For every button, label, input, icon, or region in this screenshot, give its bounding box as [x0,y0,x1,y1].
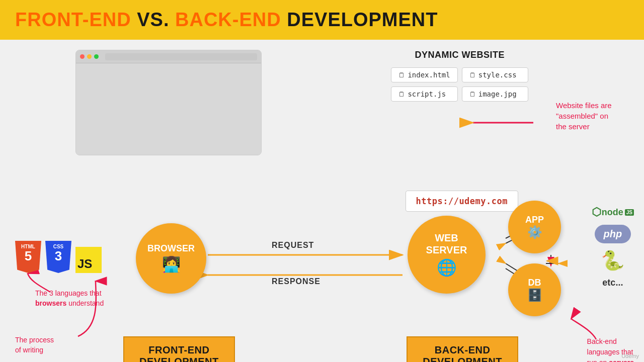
css-logo: CSS 3 [45,241,71,273]
dynamic-website-section: DYNAMIC WEBSITE 🗒 index.html 🗒 style.css… [391,50,528,102]
browser-bar [76,50,261,63]
browser-mockup [75,50,262,155]
annotation-3langs-line1: The 3 languages that [35,289,102,297]
db-label: DB [528,278,541,288]
request-label: REQUEST [272,241,314,250]
header-title-backend: BACK-END [175,9,281,30]
file-icon-html: 🗒 [398,71,405,79]
annotation-process-line1: The process [15,336,54,344]
js-label: JS [77,257,92,271]
globe-icon: 🌐 [437,258,457,277]
db-icon: 🗄️ [527,288,542,302]
file-badge-js: 🗒 script.js [391,86,457,102]
backend-label: BACK-ENDDEVELOPMENT [423,344,502,362]
annotation-3langs-line3: understand [66,299,104,307]
annotation-backend-line3: run on [587,358,609,362]
file-name-js: script.js [408,90,446,98]
annotation-backend-line1: Back-end [587,337,617,345]
header-title: FRONT-END VS. BACK-END DEVELOPMENT [15,9,438,31]
annotation-process-line2: of writing [15,346,43,354]
file-icon-img: 🗒 [469,90,476,98]
html-logo: HTML 5 [15,241,41,273]
nodejs-label: node [602,207,623,218]
app-label: APP [525,215,544,225]
browser-dot-yellow [87,54,92,59]
frontend-box: FRONT-ENDDEVELOPMENT [123,336,235,362]
tech-logos: HTML 5 CSS 3 JS [15,241,102,273]
annotation-process: The process of writing [15,335,54,355]
header: FRONT-END VS. BACK-END DEVELOPMENT [0,0,644,40]
udemy-watermark: Udemy [621,353,639,359]
file-icon-css: 🗒 [469,71,476,79]
annotation-backend-line4: servers [609,358,634,362]
annotation-3langs: The 3 languages that browsers understand [35,289,104,308]
php-logo: php [595,225,631,243]
file-badge-html: 🗒 index.html [391,67,457,82]
web-server-circle: WEB SERVER 🌐 [408,216,486,294]
header-sep1: VS. [131,9,175,30]
browser-address-bar [105,53,257,60]
browser-label: BROWSER [147,243,195,254]
nodejs-logo: ⬡ node JS [592,206,634,219]
file-icon-js: 🗒 [398,90,405,98]
gear-icon: ⚙️ [527,225,542,239]
file-badge-css: 🗒 style.css [462,67,528,82]
node-text: ⬡ [592,206,601,219]
frontend-label: FRONT-ENDDEVELOPMENT [139,344,219,362]
response-label: RESPONSE [272,277,320,286]
header-title-end: DEVELOPMENT [281,9,438,30]
website-files-note: Website files are"assembled" onthe serve… [556,100,631,132]
file-name-html: index.html [408,71,450,79]
etc-label: etc... [602,278,623,288]
python-logo: 🐍 [601,249,624,272]
main-content: DYNAMIC WEBSITE 🗒 index.html 🗒 style.css… [0,40,644,361]
backend-box: BACK-ENDDEVELOPMENT [407,336,518,362]
web-server-label-line1: WEB [435,232,458,244]
person-icon: 👩‍💻 [162,255,181,274]
app-circle: APP ⚙️ [508,201,561,253]
file-name-css: style.css [478,71,517,79]
db-circle: DB 🗄️ [508,263,561,316]
web-server-label-line2: SERVER [426,244,467,256]
file-grid: 🗒 index.html 🗒 style.css 🗒 script.js 🗒 i… [391,67,528,102]
server-langs: ⬡ node JS php 🐍 etc... [592,206,634,288]
js-logo: JS [75,247,102,273]
browser-circle: BROWSER 👩‍💻 [136,223,206,294]
dynamic-website-title: DYNAMIC WEBSITE [391,50,528,60]
browser-dot-green [94,54,99,59]
php-label: php [604,228,622,239]
file-badge-img: 🗒 image.jpg [462,86,528,102]
url-bar: https://udemy.com [406,191,519,212]
header-title-frontend: FRONT-END [15,9,131,30]
file-name-img: image.jpg [478,90,517,98]
browser-dot-red [80,54,85,59]
nodejs-js: JS [625,209,634,216]
annotation-3langs-bold: browsers [35,299,66,307]
browser-body [76,63,261,155]
